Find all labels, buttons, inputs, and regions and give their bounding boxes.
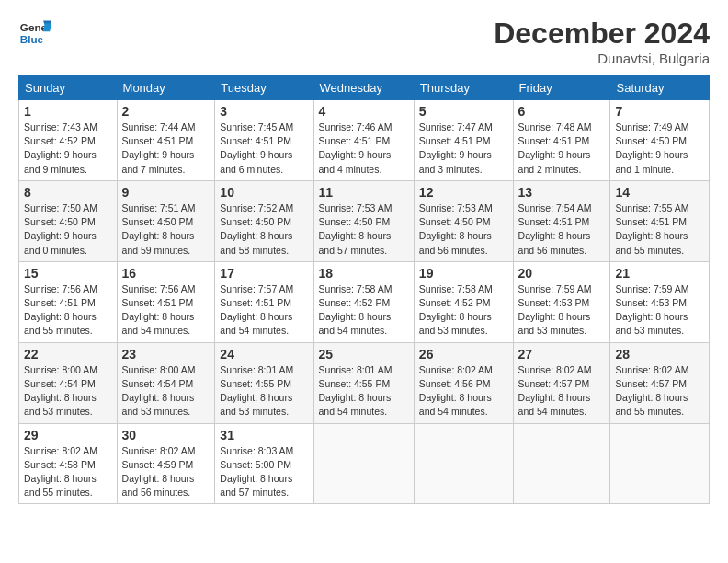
day-number: 19 [419, 266, 508, 281]
weekday-header-sunday: Sunday [19, 76, 118, 100]
calendar-cell: 15Sunrise: 7:56 AM Sunset: 4:51 PM Dayli… [19, 261, 118, 342]
calendar-table: SundayMondayTuesdayWednesdayThursdayFrid… [18, 75, 710, 504]
calendar-cell: 27Sunrise: 8:02 AM Sunset: 4:57 PM Dayli… [513, 342, 610, 423]
svg-text:Blue: Blue [20, 33, 44, 45]
calendar-cell: 12Sunrise: 7:53 AM Sunset: 4:50 PM Dayli… [414, 180, 513, 261]
day-number: 21 [615, 266, 704, 281]
day-info: Sunrise: 8:00 AM Sunset: 4:54 PM Dayligh… [24, 363, 112, 419]
calendar-cell: 8Sunrise: 7:50 AM Sunset: 4:50 PM Daylig… [19, 180, 118, 261]
day-info: Sunrise: 7:56 AM Sunset: 4:51 PM Dayligh… [122, 282, 210, 339]
calendar-cell [513, 423, 610, 504]
day-info: Sunrise: 7:54 AM Sunset: 4:51 PM Dayligh… [518, 201, 606, 258]
day-number: 3 [220, 104, 308, 119]
day-info: Sunrise: 8:03 AM Sunset: 5:00 PM Dayligh… [220, 444, 308, 500]
calendar-cell [414, 423, 513, 504]
day-number: 23 [122, 347, 210, 362]
calendar-cell: 16Sunrise: 7:56 AM Sunset: 4:51 PM Dayli… [117, 261, 215, 342]
week-row-1: 1Sunrise: 7:43 AM Sunset: 4:52 PM Daylig… [19, 100, 710, 181]
day-number: 6 [518, 104, 606, 119]
logo: General Blue [18, 17, 55, 50]
calendar-cell: 11Sunrise: 7:53 AM Sunset: 4:50 PM Dayli… [313, 180, 414, 261]
calendar-cell [610, 423, 710, 504]
calendar-cell: 18Sunrise: 7:58 AM Sunset: 4:52 PM Dayli… [313, 261, 414, 342]
day-number: 29 [24, 428, 112, 442]
weekday-header-wednesday: Wednesday [313, 76, 414, 100]
day-number: 18 [319, 266, 409, 281]
title-area: December 2024 Dunavtsi, Bulgaria [494, 17, 710, 66]
day-number: 2 [122, 104, 210, 119]
day-number: 9 [122, 185, 210, 200]
calendar-cell: 21Sunrise: 7:59 AM Sunset: 4:53 PM Dayli… [610, 261, 710, 342]
location: Dunavtsi, Bulgaria [494, 51, 710, 66]
day-info: Sunrise: 8:02 AM Sunset: 4:59 PM Dayligh… [122, 444, 210, 500]
day-info: Sunrise: 7:51 AM Sunset: 4:50 PM Dayligh… [122, 201, 210, 258]
day-info: Sunrise: 8:01 AM Sunset: 4:55 PM Dayligh… [319, 363, 409, 419]
day-number: 22 [24, 347, 112, 362]
day-number: 4 [319, 104, 409, 119]
day-number: 7 [615, 104, 704, 119]
day-number: 15 [24, 266, 112, 281]
calendar-cell: 30Sunrise: 8:02 AM Sunset: 4:59 PM Dayli… [117, 423, 215, 504]
day-number: 30 [122, 428, 210, 442]
day-info: Sunrise: 8:01 AM Sunset: 4:55 PM Dayligh… [220, 363, 308, 419]
week-row-4: 22Sunrise: 8:00 AM Sunset: 4:54 PM Dayli… [19, 342, 710, 423]
day-number: 20 [518, 266, 606, 281]
day-number: 27 [518, 347, 606, 362]
calendar-cell: 17Sunrise: 7:57 AM Sunset: 4:51 PM Dayli… [215, 261, 313, 342]
calendar-cell: 31Sunrise: 8:03 AM Sunset: 5:00 PM Dayli… [215, 423, 313, 504]
week-row-2: 8Sunrise: 7:50 AM Sunset: 4:50 PM Daylig… [19, 180, 710, 261]
calendar-cell: 28Sunrise: 8:02 AM Sunset: 4:57 PM Dayli… [610, 342, 710, 423]
calendar-cell: 7Sunrise: 7:49 AM Sunset: 4:50 PM Daylig… [610, 100, 710, 181]
calendar-cell: 26Sunrise: 8:02 AM Sunset: 4:56 PM Dayli… [414, 342, 513, 423]
day-info: Sunrise: 7:52 AM Sunset: 4:50 PM Dayligh… [220, 201, 308, 258]
day-number: 5 [419, 104, 508, 119]
day-info: Sunrise: 7:57 AM Sunset: 4:51 PM Dayligh… [220, 282, 308, 339]
calendar-cell [313, 423, 414, 504]
day-info: Sunrise: 8:02 AM Sunset: 4:57 PM Dayligh… [518, 363, 606, 419]
logo-icon: General Blue [18, 17, 51, 50]
day-info: Sunrise: 7:58 AM Sunset: 4:52 PM Dayligh… [419, 282, 508, 339]
weekday-header-monday: Monday [117, 76, 215, 100]
day-info: Sunrise: 7:55 AM Sunset: 4:51 PM Dayligh… [615, 201, 704, 258]
week-row-3: 15Sunrise: 7:56 AM Sunset: 4:51 PM Dayli… [19, 261, 710, 342]
calendar-cell: 24Sunrise: 8:01 AM Sunset: 4:55 PM Dayli… [215, 342, 313, 423]
calendar-cell: 20Sunrise: 7:59 AM Sunset: 4:53 PM Dayli… [513, 261, 610, 342]
calendar-cell: 3Sunrise: 7:45 AM Sunset: 4:51 PM Daylig… [215, 100, 313, 181]
day-number: 26 [419, 347, 508, 362]
weekday-header-thursday: Thursday [414, 76, 513, 100]
calendar-cell: 4Sunrise: 7:46 AM Sunset: 4:51 PM Daylig… [313, 100, 414, 181]
day-number: 8 [24, 185, 112, 200]
day-number: 28 [615, 347, 704, 362]
day-number: 1 [24, 104, 112, 119]
day-number: 14 [615, 185, 704, 200]
day-info: Sunrise: 7:46 AM Sunset: 4:51 PM Dayligh… [319, 121, 409, 177]
calendar-cell: 5Sunrise: 7:47 AM Sunset: 4:51 PM Daylig… [414, 100, 513, 181]
day-number: 12 [419, 185, 508, 200]
day-info: Sunrise: 7:44 AM Sunset: 4:51 PM Dayligh… [122, 121, 210, 177]
day-number: 16 [122, 266, 210, 281]
day-info: Sunrise: 8:02 AM Sunset: 4:58 PM Dayligh… [24, 444, 112, 500]
day-number: 10 [220, 185, 308, 200]
day-info: Sunrise: 7:59 AM Sunset: 4:53 PM Dayligh… [518, 282, 606, 339]
day-info: Sunrise: 8:00 AM Sunset: 4:54 PM Dayligh… [122, 363, 210, 419]
day-info: Sunrise: 7:56 AM Sunset: 4:51 PM Dayligh… [24, 282, 112, 339]
calendar-cell: 10Sunrise: 7:52 AM Sunset: 4:50 PM Dayli… [215, 180, 313, 261]
day-info: Sunrise: 8:02 AM Sunset: 4:56 PM Dayligh… [419, 363, 508, 419]
week-row-5: 29Sunrise: 8:02 AM Sunset: 4:58 PM Dayli… [19, 423, 710, 504]
day-number: 25 [319, 347, 409, 362]
day-info: Sunrise: 7:49 AM Sunset: 4:50 PM Dayligh… [615, 121, 704, 177]
calendar-cell: 9Sunrise: 7:51 AM Sunset: 4:50 PM Daylig… [117, 180, 215, 261]
day-info: Sunrise: 7:45 AM Sunset: 4:51 PM Dayligh… [220, 121, 308, 177]
weekday-header-row: SundayMondayTuesdayWednesdayThursdayFrid… [19, 76, 710, 100]
month-title: December 2024 [494, 17, 710, 51]
day-info: Sunrise: 8:02 AM Sunset: 4:57 PM Dayligh… [615, 363, 704, 419]
day-info: Sunrise: 7:53 AM Sunset: 4:50 PM Dayligh… [319, 201, 409, 258]
calendar-cell: 29Sunrise: 8:02 AM Sunset: 4:58 PM Dayli… [19, 423, 118, 504]
weekday-header-tuesday: Tuesday [215, 76, 313, 100]
day-number: 13 [518, 185, 606, 200]
calendar-cell: 25Sunrise: 8:01 AM Sunset: 4:55 PM Dayli… [313, 342, 414, 423]
day-info: Sunrise: 7:50 AM Sunset: 4:50 PM Dayligh… [24, 201, 112, 258]
calendar-cell: 14Sunrise: 7:55 AM Sunset: 4:51 PM Dayli… [610, 180, 710, 261]
day-number: 24 [220, 347, 308, 362]
day-info: Sunrise: 7:48 AM Sunset: 4:51 PM Dayligh… [518, 121, 606, 177]
